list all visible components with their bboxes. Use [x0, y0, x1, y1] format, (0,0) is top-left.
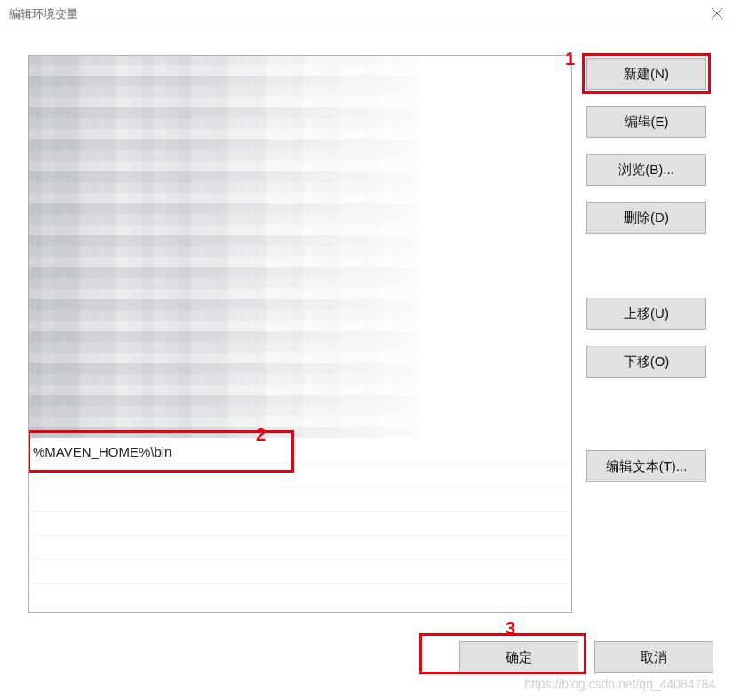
dialog-body: %MAVEN_HOME%\bin 2 新建(N) 1 编辑(E) 浏览(B)..…	[0, 28, 733, 631]
button-gap	[586, 394, 706, 434]
move-down-button[interactable]: 下移(O)	[586, 346, 706, 378]
ok-button[interactable]: 确定	[459, 641, 578, 673]
browse-button[interactable]: 浏览(B)...	[586, 154, 706, 186]
edit-text-button[interactable]: 编辑文本(T)...	[586, 450, 706, 482]
close-icon[interactable]	[710, 7, 724, 21]
list-rows: %MAVEN_HOME%\bin	[29, 56, 571, 612]
button-column: 新建(N) 1 编辑(E) 浏览(B)... 删除(D) 上移(U) 下移(O)…	[586, 55, 706, 613]
list-item[interactable]	[29, 464, 571, 488]
button-gap	[586, 250, 706, 282]
move-up-button[interactable]: 上移(U)	[586, 298, 706, 330]
titlebar: 编辑环境变量	[0, 0, 733, 28]
delete-button[interactable]: 删除(D)	[586, 202, 706, 234]
list-item[interactable]	[29, 488, 571, 512]
path-list-panel[interactable]: %MAVEN_HOME%\bin 2	[28, 55, 572, 613]
watermark: https://blog.csdn.net/qq_44084784	[524, 677, 715, 691]
list-item[interactable]	[29, 512, 571, 536]
list-item-maven-home[interactable]: %MAVEN_HOME%\bin	[29, 440, 571, 464]
cancel-button[interactable]: 取消	[594, 641, 713, 673]
dialog-footer: 确定 取消 3	[0, 631, 733, 673]
list-item[interactable]	[29, 584, 571, 608]
new-button[interactable]: 新建(N)	[586, 58, 706, 90]
list-item[interactable]	[29, 536, 571, 560]
edit-button[interactable]: 编辑(E)	[586, 106, 706, 138]
dialog-title: 编辑环境变量	[9, 6, 78, 22]
list-item[interactable]	[29, 560, 571, 584]
